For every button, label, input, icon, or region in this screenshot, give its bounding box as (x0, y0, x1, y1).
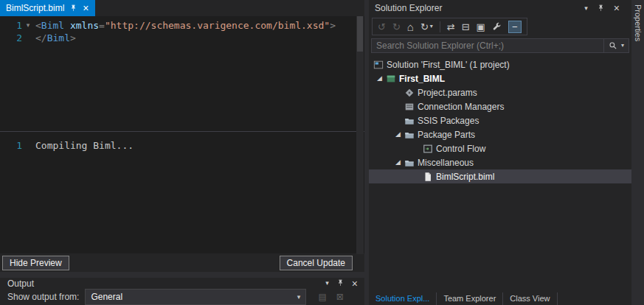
tree-item-label: Control Flow (436, 144, 485, 154)
tree-item-label: Miscellaneous (418, 158, 474, 168)
output-source-value: General (91, 292, 122, 302)
search-icon[interactable] (609, 41, 617, 50)
line-number: 1 (0, 139, 22, 152)
solution-tree: Solution 'First_BIML' (1 project)◢First_… (369, 56, 631, 292)
tree-item-package-parts[interactable]: ◢Package Parts (369, 127, 631, 141)
editor-scrollbar[interactable] (356, 16, 364, 254)
tree-item-label: Project.params (418, 88, 477, 98)
home-icon[interactable]: ⌂ (407, 21, 414, 32)
tree-item-project-params[interactable]: Project.params (369, 85, 631, 99)
tool-tab-class-view[interactable]: Class View (503, 292, 557, 305)
close-icon[interactable]: × (83, 3, 89, 13)
code-line-1[interactable]: 1▾<Biml xmlns="http://schemas.varigence.… (0, 19, 364, 32)
show-all-files-icon[interactable]: ▣ (477, 22, 485, 32)
file-icon (423, 172, 436, 182)
params-icon (404, 88, 418, 98)
control-flow-icon (423, 144, 436, 154)
tree-item-connection-managers[interactable]: Connection Managers (369, 99, 631, 113)
close-icon[interactable]: × (614, 3, 620, 13)
tree-item-control-flow[interactable]: Control Flow (369, 141, 631, 155)
pin-icon[interactable] (597, 4, 605, 13)
code-line-1[interactable]: 1Compiling Biml... (0, 139, 364, 152)
toolbar-group: ↺ ↻ ⌂ ↻ ▾ ⇄ ⊟ ▣ − (372, 18, 527, 35)
properties-wrench-icon[interactable] (492, 22, 502, 32)
preview-selected-items-toggle[interactable]: − (508, 21, 522, 33)
refresh-icon: ↻ (420, 22, 429, 32)
expander-icon[interactable]: ◢ (392, 159, 404, 166)
folder-icon (404, 130, 418, 140)
solution-explorer-titlebar[interactable]: Solution Explorer ▾ × (369, 0, 631, 16)
output-toolbar: Show output from: General ▾ ▤ ⊠ (0, 289, 364, 305)
tree-item-label: First_BIML (399, 74, 445, 84)
tree-item-first-biml[interactable]: ◢First_BIML (369, 71, 631, 85)
tab-title: BimlScript.biml (6, 3, 64, 13)
tree-item-bimlscript-biml[interactable]: BimlScript.biml (369, 169, 631, 183)
scrollbar-thumb[interactable] (357, 16, 363, 52)
horizontal-splitter[interactable] (0, 272, 364, 278)
chevron-down-icon: ▾ (430, 24, 433, 29)
tree-item-solution-first-biml-1-project[interactable]: Solution 'First_BIML' (1 project) (369, 57, 631, 71)
window-position-icon[interactable]: ▾ (325, 280, 329, 287)
code-editor[interactable]: 1▾<Biml xmlns="http://schemas.varigence.… (0, 16, 364, 131)
tab-properties[interactable]: Properties (634, 0, 643, 305)
pin-icon[interactable] (69, 4, 77, 13)
forward-icon[interactable]: ↻ (392, 22, 401, 32)
chevron-down-icon: ▾ (297, 294, 301, 301)
show-output-from-label: Show output from: (7, 292, 79, 302)
solution-explorer-panel: Solution Explorer ▾ × ↺ ↻ ⌂ ↻ ▾ ⇄ ⊟ (369, 0, 631, 305)
code-text: Compiling Biml... (34, 139, 134, 152)
fold-marker-icon[interactable]: ▾ (22, 19, 34, 32)
panel-title: Solution Explorer (375, 3, 442, 13)
close-icon[interactable]: × (352, 278, 358, 289)
window-position-icon[interactable]: ▾ (584, 5, 588, 12)
tree-item-miscellaneous[interactable]: ◢Miscellaneous (369, 155, 631, 169)
vs-window: BimlScript.biml × 1▾<Biml xmlns="http://… (0, 0, 644, 305)
expander-icon[interactable]: ◢ (392, 131, 404, 138)
clear-all-icon[interactable]: ⊠ (336, 292, 344, 302)
tool-tab-team-explorer[interactable]: Team Explorer (437, 292, 503, 305)
hide-preview-button[interactable]: Hide Preview (2, 256, 69, 270)
tree-item-ssis-packages[interactable]: SSIS Packages (369, 113, 631, 127)
switch-views-button[interactable]: ↻ ▾ (420, 22, 433, 32)
fold-spacer (22, 139, 34, 152)
output-messages-icon[interactable]: ▤ (318, 292, 326, 302)
folder-icon (404, 158, 418, 168)
code-lines: 1▾<Biml xmlns="http://schemas.varigence.… (0, 19, 364, 44)
output-panel: Output ▾ × Show output from: General ▾ ▤ (0, 278, 364, 305)
expander-icon[interactable]: ◢ (373, 75, 386, 82)
line-number: 2 (0, 32, 22, 44)
code-line-2[interactable]: 2</Biml> (0, 32, 364, 44)
sync-with-active-document-icon[interactable]: ⇄ (447, 22, 455, 32)
pin-icon[interactable] (336, 279, 344, 287)
solution-icon (373, 60, 387, 70)
back-icon[interactable]: ↺ (378, 22, 386, 32)
output-panel-header[interactable]: Output ▾ × (0, 278, 364, 289)
editor-area: BimlScript.biml × 1▾<Biml xmlns="http://… (0, 0, 364, 305)
output-panel-title: Output (7, 278, 34, 289)
solution-explorer-toolbar: ↺ ↻ ⌂ ↻ ▾ ⇄ ⊟ ▣ − (369, 16, 631, 37)
tree-item-label: Connection Managers (418, 102, 504, 112)
chevron-down-icon[interactable]: ▾ (621, 43, 624, 49)
cancel-update-button[interactable]: Cancel Update (280, 256, 353, 270)
fold-spacer (22, 32, 34, 44)
tree-item-label: Solution 'First_BIML' (1 project) (387, 60, 510, 70)
toolbar-separator (440, 21, 440, 32)
editor-tab-bar: BimlScript.biml × (0, 0, 364, 16)
biml-preview-pane[interactable]: 1Compiling Biml... (0, 131, 364, 253)
tree-item-label: SSIS Packages (418, 116, 479, 126)
project-icon (386, 74, 399, 84)
preview-lines: 1Compiling Biml... (0, 139, 364, 152)
collapse-all-icon[interactable]: ⊟ (462, 22, 470, 32)
search-box: ▾ (371, 38, 629, 53)
right-edge-strip: Properties (632, 0, 644, 305)
output-source-dropdown[interactable]: General ▾ (85, 289, 306, 305)
preview-actions-bar: Hide Preview Cancel Update (0, 253, 364, 272)
search-input[interactable] (372, 39, 603, 52)
tool-tab-solution-expl[interactable]: Solution Expl... (369, 292, 437, 305)
code-text: </Biml> (34, 32, 76, 44)
tab-bimlscript[interactable]: BimlScript.biml × (0, 0, 95, 16)
tree-item-label: Package Parts (418, 130, 475, 140)
connection-icon (404, 102, 418, 112)
folder-icon (404, 116, 418, 126)
tree-item-label: BimlScript.biml (436, 172, 494, 182)
